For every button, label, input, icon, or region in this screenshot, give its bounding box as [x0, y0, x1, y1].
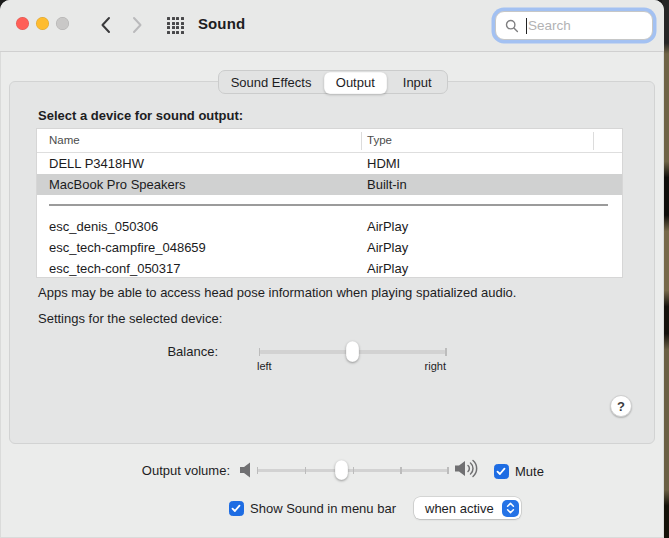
- device-name: esc_tech-campfire_048659: [49, 240, 206, 255]
- menu-bar-visibility-dropdown[interactable]: when active: [414, 497, 521, 519]
- separator-line: [49, 204, 608, 206]
- slider-tick: [305, 467, 307, 474]
- show-sound-menu-bar-checkbox[interactable]: [229, 501, 244, 516]
- show-sound-menu-bar-label[interactable]: Show Sound in menu bar: [250, 501, 396, 516]
- tab-input[interactable]: Input: [388, 71, 447, 93]
- output-volume-slider-thumb[interactable]: [335, 460, 348, 480]
- output-volume-slider[interactable]: [257, 469, 448, 472]
- text-caret: [526, 18, 527, 34]
- back-chevron-icon: [100, 16, 111, 37]
- column-divider[interactable]: [361, 132, 362, 150]
- search-icon: [505, 19, 519, 33]
- table-row[interactable]: DELL P3418HW HDMI: [37, 153, 622, 174]
- slider-tick: [445, 348, 447, 356]
- window-title: Sound: [198, 15, 245, 32]
- search-input[interactable]: Search: [495, 11, 653, 40]
- checkmark-icon: [231, 499, 241, 517]
- toolbar: Sound Search: [0, 0, 664, 52]
- table-row-selected[interactable]: MacBook Pro Speakers Built-in: [37, 174, 622, 195]
- device-type: HDMI: [367, 156, 400, 171]
- column-divider[interactable]: [593, 132, 594, 150]
- spatial-audio-note: Apps may be able to access head pose inf…: [38, 285, 516, 300]
- system-preferences-sound-window: Sound Search Sound Effects Output Input …: [0, 0, 664, 538]
- device-type: AirPlay: [367, 261, 408, 276]
- zoom-button[interactable]: [56, 17, 69, 30]
- column-header-type[interactable]: Type: [367, 134, 392, 146]
- search-placeholder: Search: [528, 18, 571, 33]
- device-section-label: Select a device for sound output:: [38, 108, 243, 123]
- minimize-button[interactable]: [36, 17, 49, 30]
- screenshot-root: Sound Search Sound Effects Output Input …: [0, 0, 669, 538]
- table-separator-row: [37, 195, 622, 216]
- table-row[interactable]: esc_tech-conf_050317 AirPlay: [37, 258, 622, 279]
- speaker-loud-icon: [455, 459, 478, 478]
- slider-tick: [257, 467, 259, 474]
- mute-checkbox[interactable]: [494, 464, 509, 479]
- speaker-quiet-icon: [240, 462, 253, 478]
- forward-button[interactable]: [128, 13, 146, 39]
- balance-slider[interactable]: [259, 350, 446, 354]
- device-type: AirPlay: [367, 240, 408, 255]
- mute-label[interactable]: Mute: [515, 464, 544, 479]
- table-row[interactable]: esc_tech-campfire_048659 AirPlay: [37, 237, 622, 258]
- slider-tick: [400, 467, 402, 474]
- device-name: DELL P3418HW: [49, 156, 144, 171]
- output-volume-label: Output volume:: [0, 463, 230, 478]
- tab-sound-effects[interactable]: Sound Effects: [219, 71, 323, 93]
- balance-right-label: right: [396, 360, 446, 372]
- device-name: esc_tech-conf_050317: [49, 261, 181, 276]
- dropdown-chevrons-icon: [502, 500, 519, 517]
- device-type: Built-in: [367, 177, 407, 192]
- device-table: Name Type DELL P3418HW HDMI MacBook Pro …: [36, 128, 623, 278]
- balance-slider-thumb[interactable]: [346, 341, 359, 362]
- device-type: AirPlay: [367, 219, 408, 234]
- tab-output[interactable]: Output: [324, 72, 387, 94]
- balance-left-label: left: [257, 360, 272, 372]
- slider-tick: [353, 467, 355, 474]
- tab-bar: Sound Effects Output Input: [218, 70, 448, 94]
- device-name: esc_denis_050306: [49, 219, 158, 234]
- slider-tick: [259, 348, 261, 356]
- settings-section-label: Settings for the selected device:: [38, 311, 222, 326]
- balance-label: Balance:: [0, 344, 218, 359]
- help-button[interactable]: ?: [610, 395, 632, 417]
- back-button[interactable]: [96, 13, 114, 39]
- checkmark-icon: [496, 462, 506, 480]
- slider-tick: [447, 467, 449, 474]
- show-all-grid-button[interactable]: [167, 17, 186, 34]
- table-row[interactable]: esc_denis_050306 AirPlay: [37, 216, 622, 237]
- column-header-name[interactable]: Name: [49, 134, 80, 146]
- device-name: MacBook Pro Speakers: [49, 177, 186, 192]
- table-header: Name Type: [37, 129, 622, 153]
- dropdown-selected-value: when active: [425, 501, 502, 516]
- forward-chevron-icon: [132, 16, 143, 37]
- close-button[interactable]: [16, 17, 29, 30]
